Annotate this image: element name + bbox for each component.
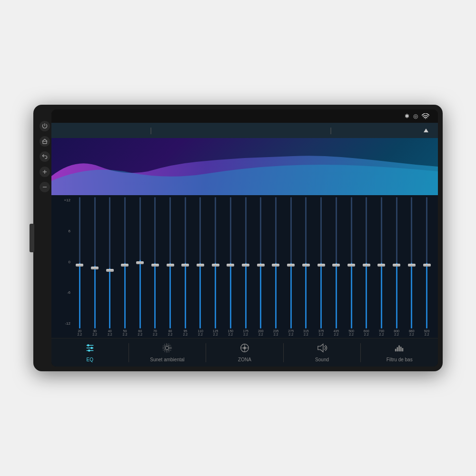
eq-slider-275[interactable] (290, 197, 292, 328)
slider-fc-label: 700 (379, 329, 385, 333)
eq-slider-125[interactable] (215, 197, 216, 328)
eq-thumb-235[interactable] (272, 264, 279, 267)
vol-up-button[interactable] (40, 167, 50, 177)
slider-q-label: 2.2 (349, 333, 354, 336)
slider-fc-label: 20 (78, 329, 81, 333)
nav-label-zona: ZONA (238, 357, 251, 362)
slider-fc-label: 435 (333, 329, 339, 333)
wifi-icon (422, 113, 429, 119)
eq-slider-235[interactable] (275, 197, 277, 328)
svg-point-8 (87, 344, 89, 347)
slider-fc-label: 275 (288, 329, 294, 333)
mode-custom[interactable] (421, 129, 428, 132)
slider-fc-label: 600 (364, 329, 369, 333)
slider-col: 7002.2 (374, 197, 389, 336)
eq-slider-200[interactable] (260, 197, 261, 328)
slider-col: 202.2 (72, 197, 87, 336)
slider-q-label: 2.2 (108, 333, 112, 336)
eq-slider-315[interactable] (305, 197, 307, 328)
eq-slider-600[interactable] (366, 197, 367, 328)
eq-thumb-500[interactable] (347, 264, 355, 267)
eq-slider-150[interactable] (230, 197, 231, 328)
slider-q-label: 2.2 (304, 333, 308, 336)
slider-fc-label: 80 (169, 329, 172, 333)
eq-slider-50[interactable] (124, 197, 126, 328)
db-label: 6 (55, 229, 72, 233)
eq-slider-920[interactable] (426, 197, 427, 328)
eq-thumb-125[interactable] (212, 264, 219, 267)
sliders-container: +1260-6-12 202.2302.2402.2502.2602.2702.… (55, 197, 434, 336)
volume-handle[interactable] (30, 224, 34, 252)
nav-label-bass: Filtru de bas (387, 357, 413, 362)
eq-slider-700[interactable] (381, 197, 382, 328)
eq-slider-110[interactable] (199, 197, 201, 328)
eq-thumb-30[interactable] (91, 267, 99, 269)
eq-slider-80[interactable] (169, 197, 171, 328)
eq-thumb-275[interactable] (287, 264, 295, 267)
slider-fc-label: 110 (198, 329, 203, 333)
eq-slider-95[interactable] (185, 197, 186, 328)
slider-q-label: 2.2 (258, 333, 263, 336)
eq-thumb-920[interactable] (423, 264, 431, 267)
eq-slider-175[interactable] (245, 197, 247, 328)
slider-col: 8002.2 (389, 197, 404, 336)
eq-thumb-600[interactable] (363, 264, 370, 267)
divider-1: | (150, 127, 152, 134)
eq-thumb-435[interactable] (332, 264, 340, 267)
eq-slider-860[interactable] (411, 197, 412, 328)
svg-marker-18 (317, 344, 323, 352)
nav-item-bass[interactable]: Filtru de bas (361, 343, 438, 362)
slider-fc-label: 860 (409, 329, 415, 333)
nav-item-eq[interactable]: EQ (51, 343, 129, 362)
eq-thumb-150[interactable] (227, 264, 234, 267)
eq-slider-20[interactable] (79, 197, 80, 328)
eq-slider-375[interactable] (320, 197, 322, 328)
eq-thumb-95[interactable] (181, 264, 189, 267)
eq-thumb-110[interactable] (197, 264, 204, 267)
eq-slider-40[interactable] (109, 197, 110, 328)
back-side-button[interactable] (40, 151, 50, 162)
slider-q-label: 2.2 (228, 333, 233, 336)
sound-icon (317, 343, 327, 356)
slider-fc-label: 315 (303, 329, 309, 333)
slider-col: 1252.2 (208, 197, 223, 336)
eq-thumb-20[interactable] (76, 264, 83, 267)
eq-slider-435[interactable] (336, 197, 337, 328)
slider-fc-label: 70 (153, 329, 157, 333)
slider-q-label: 2.2 (409, 333, 414, 336)
slider-fc-label: 60 (138, 329, 142, 333)
slider-q-label: 2.2 (92, 333, 97, 336)
eq-slider-30[interactable] (94, 197, 96, 328)
slider-col: 702.2 (148, 197, 163, 336)
eq-thumb-40[interactable] (106, 269, 114, 272)
vol-down-button[interactable] (40, 182, 50, 192)
nav-item-zona[interactable]: ZONA (206, 343, 283, 362)
eq-thumb-700[interactable] (377, 264, 385, 267)
slider-fc-label: 920 (424, 329, 430, 333)
eq-thumb-60[interactable] (136, 261, 144, 264)
eq-thumb-315[interactable] (302, 264, 310, 267)
slider-q-label: 2.2 (319, 333, 324, 336)
eq-thumb-860[interactable] (408, 264, 416, 267)
eq-thumb-175[interactable] (242, 264, 249, 267)
eq-thumb-800[interactable] (393, 264, 400, 267)
nav-item-sound[interactable]: Sound (284, 343, 361, 362)
power-button[interactable] (40, 121, 50, 131)
eq-slider-500[interactable] (351, 197, 352, 328)
eq-thumb-50[interactable] (121, 264, 129, 267)
eq-slider-800[interactable] (396, 197, 397, 328)
eq-thumb-375[interactable] (317, 264, 325, 267)
svg-point-12 (164, 345, 170, 351)
nav-item-ambient[interactable]: Sunet ambiental (129, 343, 206, 362)
slider-col: 802.2 (163, 197, 178, 336)
slider-q-label: 2.2 (425, 333, 429, 336)
eq-thumb-70[interactable] (151, 264, 159, 267)
svg-rect-20 (397, 347, 398, 351)
slider-q-label: 2.2 (379, 333, 384, 336)
slider-fc-label: 175 (243, 329, 248, 333)
eq-slider-60[interactable] (139, 197, 141, 328)
eq-thumb-80[interactable] (167, 264, 174, 267)
eq-slider-70[interactable] (154, 197, 156, 328)
eq-thumb-200[interactable] (257, 264, 265, 267)
home-side-button[interactable] (40, 136, 50, 147)
